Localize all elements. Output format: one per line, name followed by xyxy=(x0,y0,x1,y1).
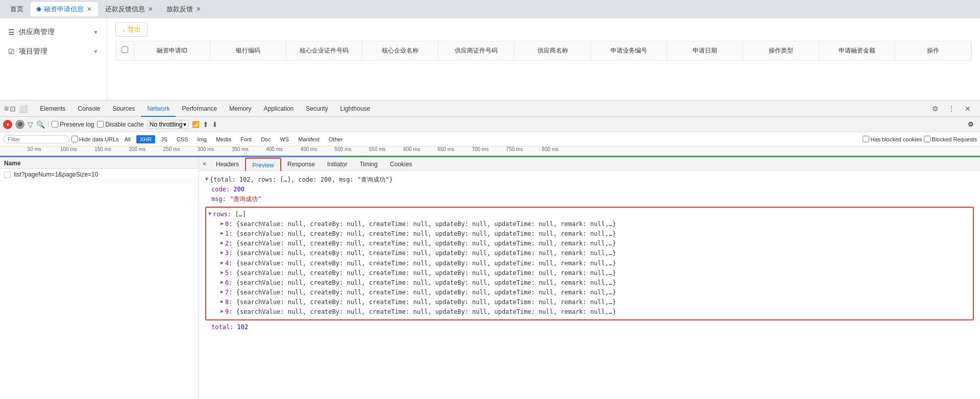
filter-all[interactable]: All xyxy=(121,135,134,143)
disable-cache-checkbox-label[interactable]: Disable cache xyxy=(97,121,143,128)
filter-icon[interactable]: ▽ xyxy=(28,120,33,129)
settings-network-icon[interactable]: ⚙ xyxy=(968,120,974,128)
tab-feedback-close[interactable]: ✕ xyxy=(196,6,201,13)
th-date: 申请日期 xyxy=(667,41,743,60)
row-arrow[interactable]: ▶ xyxy=(220,307,224,315)
more-options-icon[interactable]: ⋮ xyxy=(945,103,958,115)
clear-button[interactable]: ⊘ xyxy=(15,120,24,129)
export-button[interactable]: ↓ 导出 xyxy=(115,22,148,37)
preserve-log-checkbox[interactable] xyxy=(52,121,58,128)
devtools: ≡ ⊡ ⬜ Elements Console Sources Network P… xyxy=(0,100,980,399)
tab-lighthouse[interactable]: Lighthouse xyxy=(334,101,377,117)
tab-elements[interactable]: Elements xyxy=(34,101,71,117)
preserve-log-label: Preserve log xyxy=(60,121,94,128)
tab-repayment-close[interactable]: ✕ xyxy=(148,6,153,13)
tab-headers[interactable]: Headers xyxy=(210,158,245,171)
tab-repayment-label: 还款反馈信息 xyxy=(105,5,145,14)
browser-tab-bar: 首页 融资申请信息 ✕ 还款反馈信息 ✕ 放款反馈 ✕ xyxy=(0,0,980,18)
sidebar-item-project[interactable]: ☑ 项目管理 ▼ xyxy=(0,42,107,61)
devtools-tab-bar: ≡ ⊡ ⬜ Elements Console Sources Network P… xyxy=(0,101,980,117)
rows-arrow[interactable]: ▼ xyxy=(208,210,211,218)
wifi-icon: 📶 xyxy=(192,121,200,128)
name-panel: Name list?pageNum=1&pageSize=10 xyxy=(0,158,199,399)
json-row-item: ▶5: {searchValue: null, createBy: null, … xyxy=(208,268,971,278)
row-arrow[interactable]: ▶ xyxy=(220,239,224,247)
filter-img[interactable]: Img xyxy=(194,135,210,143)
filter-css[interactable]: CSS xyxy=(173,135,192,143)
timeline-mark-200: 200 ms xyxy=(129,146,145,152)
name-panel-title: Name xyxy=(4,160,21,167)
hide-data-urls-label[interactable]: Hide data URLs xyxy=(71,136,119,142)
has-blocked-cookies-checkbox[interactable] xyxy=(863,136,869,142)
tab-feedback[interactable]: 放款反馈 ✕ xyxy=(160,2,207,16)
filter-js[interactable]: JS xyxy=(157,135,171,143)
json-total-line: total: 102 xyxy=(205,322,974,332)
preserve-log-checkbox-label[interactable]: Preserve log xyxy=(52,121,94,128)
tab-performance[interactable]: Performance xyxy=(176,101,223,117)
filter-font[interactable]: Font xyxy=(237,135,255,143)
tab-sources[interactable]: Sources xyxy=(106,101,141,117)
filter-manifest[interactable]: Manifest xyxy=(295,135,323,143)
tab-home[interactable]: 首页 xyxy=(4,2,30,16)
json-msg-value: "查询成功" xyxy=(230,194,261,204)
filter-other[interactable]: Other xyxy=(325,135,347,143)
row-arrow[interactable]: ▶ xyxy=(220,248,224,257)
tab-cookies[interactable]: Cookies xyxy=(384,158,418,171)
json-preview[interactable]: ▼ {total: 102, rows: […], code: 200, msg… xyxy=(199,171,980,399)
row-arrow[interactable]: ▶ xyxy=(220,268,224,277)
settings-icon[interactable]: ⚙ xyxy=(929,103,941,115)
th-core-cert: 核心企业证件号码 xyxy=(286,41,362,60)
tab-financing-close[interactable]: ✕ xyxy=(87,6,92,13)
blocked-requests-checkbox[interactable] xyxy=(924,136,930,142)
th-biz-no: 申请业务编号 xyxy=(591,41,667,60)
detail-panel-close[interactable]: ✕ xyxy=(199,161,210,167)
row-arrow[interactable]: ▶ xyxy=(220,229,224,237)
timeline-mark-750: 750 ms xyxy=(506,146,523,152)
device-icon[interactable]: ⬜ xyxy=(19,105,28,113)
filter-media[interactable]: Media xyxy=(212,135,235,143)
filter-doc[interactable]: Doc xyxy=(257,135,275,143)
tab-financing[interactable]: 融资申请信息 ✕ xyxy=(31,2,98,16)
sidebar-item-supplier[interactable]: ☰ 供应商管理 ▼ xyxy=(0,22,107,42)
th-bank-code: 银行编码 xyxy=(210,41,286,60)
json-msg-key: msg: xyxy=(211,194,226,204)
tab-security[interactable]: Security xyxy=(300,101,334,117)
tab-network[interactable]: Network xyxy=(141,101,176,117)
tab-application[interactable]: Application xyxy=(258,101,300,117)
filter-input[interactable] xyxy=(3,135,69,143)
tab-home-label: 首页 xyxy=(10,5,23,14)
row-arrow[interactable]: ▶ xyxy=(220,297,224,306)
close-devtools-icon[interactable]: ✕ xyxy=(962,103,974,115)
root-arrow[interactable]: ▼ xyxy=(205,175,208,183)
filter-ws[interactable]: WS xyxy=(276,135,292,143)
list-item[interactable]: list?pageNum=1&pageSize=10 xyxy=(0,169,199,181)
grid-icon: ☰ xyxy=(8,28,15,36)
network-toolbar: ● ⊘ ▽ 🔍 Preserve log Disable cache No th… xyxy=(0,117,980,132)
tab-preview[interactable]: Preview xyxy=(245,158,281,171)
tab-memory[interactable]: Memory xyxy=(223,101,257,117)
has-blocked-cookies-label[interactable]: Has blocked cookies xyxy=(863,136,922,142)
hide-data-urls-checkbox[interactable] xyxy=(71,136,78,142)
search-icon[interactable]: 🔍 xyxy=(36,120,45,129)
tab-active-dot xyxy=(37,7,41,11)
disable-cache-checkbox[interactable] xyxy=(97,121,104,128)
throttle-select[interactable]: No throttling ▾ xyxy=(147,120,189,129)
record-button[interactable]: ● xyxy=(3,120,12,129)
select-all-checkbox[interactable] xyxy=(121,46,128,53)
json-row-item: ▶3: {searchValue: null, createBy: null, … xyxy=(208,248,971,258)
inspect-icon[interactable]: ⊡ xyxy=(10,105,16,113)
row-arrow[interactable]: ▶ xyxy=(220,288,224,296)
filter-xhr[interactable]: XHR xyxy=(136,135,155,143)
tab-repayment[interactable]: 还款反馈信息 ✕ xyxy=(99,2,159,16)
tab-initiator[interactable]: Initiator xyxy=(321,158,353,171)
row-arrow[interactable]: ▶ xyxy=(220,259,224,267)
row-arrow[interactable]: ▶ xyxy=(220,219,224,228)
tab-response[interactable]: Response xyxy=(281,158,321,171)
row-arrow[interactable]: ▶ xyxy=(220,278,224,286)
devtools-hamburger-icon[interactable]: ≡ xyxy=(4,104,9,113)
tab-console[interactable]: Console xyxy=(71,101,106,117)
blocked-requests-label[interactable]: Blocked Requests xyxy=(924,136,977,142)
timeline-mark-150: 150 ms xyxy=(94,146,111,152)
timeline-content: 50 ms 100 ms 150 ms 200 ms 250 ms 300 ms… xyxy=(0,146,980,157)
tab-timing[interactable]: Timing xyxy=(353,158,384,171)
